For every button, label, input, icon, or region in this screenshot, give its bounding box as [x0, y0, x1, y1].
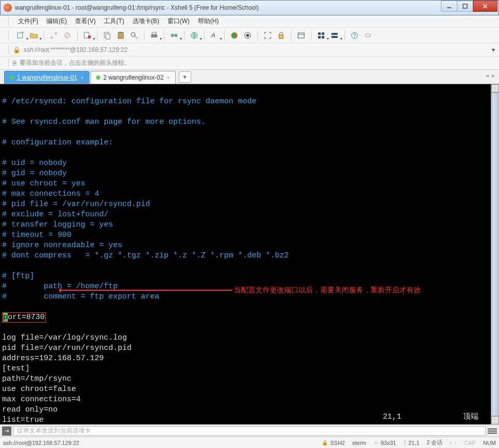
session-tab-active[interactable]: 1 wangruifenglinux-01 × — [4, 71, 89, 84]
tab-close-button[interactable]: × — [167, 74, 170, 81]
fullscreen-button[interactable] — [262, 30, 273, 41]
svg-line-16 — [135, 36, 137, 39]
find-button[interactable] — [128, 30, 140, 41]
terminal-line: max connections=4 — [2, 395, 81, 404]
close-button[interactable] — [473, 1, 497, 12]
menu-tab[interactable]: 选项卡(B) — [128, 17, 163, 26]
send-mode-icon[interactable]: ⇥ — [2, 426, 11, 436]
svg-rect-1 — [463, 4, 467, 8]
status-connection: ssh://root@192.168.57.129:22 — [3, 440, 79, 446]
input-menu-button[interactable] — [488, 426, 497, 436]
svg-rect-32 — [318, 36, 321, 39]
arrow-down-icon: ↓ — [454, 440, 457, 445]
status-dot-icon — [96, 76, 100, 80]
terminal-line: # transfer logging = yes — [2, 220, 113, 229]
terminal-line: # pid file = /var/run/rsyncd.pid — [2, 200, 150, 209]
arrange-button[interactable] — [329, 30, 340, 41]
terminal[interactable]: # /etc/rsyncd: configuration file for rs… — [0, 84, 499, 424]
new-session-button[interactable] — [15, 30, 26, 41]
print-button[interactable] — [149, 30, 160, 41]
status-dot-icon — [10, 76, 14, 80]
menu-window[interactable]: 窗口(W) — [163, 17, 194, 26]
svg-point-26 — [246, 34, 249, 37]
terminal-line: # exclude = lost+found/ — [2, 210, 108, 219]
copy-button[interactable] — [102, 30, 113, 41]
menubar: 文件(F) 编辑(E) 查看(V) 工具(T) 选项卡(B) 窗口(W) 帮助(… — [0, 15, 499, 28]
status-cap: CAP — [464, 440, 476, 446]
terminal-line: # gid = nobody — [2, 169, 67, 178]
layout-button[interactable] — [316, 30, 327, 41]
terminal-line: read only=no — [2, 405, 58, 414]
terminal-line: # ignore nonreadable = yes — [2, 241, 122, 250]
help-button[interactable]: ? — [349, 30, 360, 41]
globe-button[interactable] — [189, 30, 200, 41]
menu-view[interactable]: 查看(V) — [71, 17, 100, 26]
arrow-up-icon: ↑ — [450, 440, 452, 445]
svg-rect-34 — [331, 33, 338, 35]
menu-file[interactable]: 文件(F) — [14, 17, 42, 26]
console-button[interactable] — [295, 30, 307, 41]
annotation-text: 当配置文件更改端口以后，需要关闭服务，重新开启才有效 — [234, 285, 421, 295]
scrollbar-thumb[interactable] — [492, 92, 498, 416]
terminal-line: # timeout = 900 — [2, 231, 71, 239]
status-arrows[interactable]: ↑↓ — [450, 440, 457, 445]
transfer-button[interactable] — [169, 30, 180, 41]
svg-rect-38 — [365, 34, 371, 37]
tabstrip: 1 wangruifenglinux-01 × 2 wangrufienglin… — [0, 70, 499, 84]
terminal-scrollbar[interactable]: ▴ ▾ — [491, 84, 499, 424]
svg-line-8 — [65, 33, 69, 38]
scrollbar-down[interactable]: ▾ — [491, 416, 499, 424]
svg-rect-31 — [322, 32, 324, 35]
terminal-line: # /etc/rsyncd: configuration file for rs… — [2, 97, 256, 106]
status-protocol: 🔒SSH2 — [322, 440, 345, 446]
open-session-button[interactable] — [28, 30, 40, 41]
svg-text:A: A — [211, 32, 215, 39]
lock-icon: 🔒 — [322, 440, 328, 445]
annotation-arrow — [60, 290, 232, 291]
maximize-button[interactable] — [457, 1, 473, 12]
svg-rect-19 — [171, 34, 174, 37]
terminal-line: # See rsyncd.conf man page for more opti… — [2, 118, 206, 126]
menu-edit[interactable]: 编辑(E) — [42, 17, 71, 26]
terminal-line: pid file=/var/run/rsyncd.pid — [2, 344, 132, 352]
terminal-line: # uid = nobody — [2, 159, 67, 167]
add-session-icon[interactable]: ⎘ — [13, 60, 16, 67]
terminal-line: [test] — [2, 364, 30, 373]
terminal-line: # dont compress = *.gz *.tgz *.zip *.z *… — [2, 251, 289, 260]
address-text[interactable]: ssh://root:********@192.168.57.129:22 — [24, 46, 488, 53]
app-icon — [4, 4, 12, 12]
tab-scroll-right[interactable]: ▸ — [492, 72, 495, 79]
terminal-line: log file=/var/log/rsync.log — [2, 333, 127, 342]
lock-button[interactable] — [275, 30, 287, 41]
vim-position-indicator: 顶端 — [463, 412, 478, 422]
menu-tools[interactable]: 工具(T) — [100, 17, 128, 26]
terminal-line: # comment = ftp export area — [2, 292, 159, 301]
tab-close-button[interactable]: × — [80, 74, 83, 81]
address-dropdown[interactable]: ▾ — [488, 46, 499, 53]
properties-button[interactable] — [82, 30, 93, 41]
terminal-line: use chroot=false — [2, 385, 76, 394]
resize-icon: ↔ — [374, 440, 379, 445]
statusbar: ssh://root@192.168.57.129:22 🔒SSH2 xterm… — [0, 437, 499, 448]
new-tab-button[interactable]: + — [179, 71, 191, 83]
inputbar: ⇥ 仅将文本发送到当前选项卡 — [0, 424, 499, 437]
terminal-line: # use chroot = yes — [2, 179, 85, 188]
highlight-button[interactable] — [242, 30, 253, 41]
menu-help[interactable]: 帮助(H) — [194, 17, 223, 26]
session-tab-inactive[interactable]: 2 wangrufienglinux-02 × — [90, 71, 176, 84]
cursor: p — [3, 313, 8, 322]
vim-cursor-position: 21,1 — [383, 412, 401, 422]
about-button[interactable] — [362, 30, 374, 41]
color-scheme-button[interactable] — [229, 30, 240, 41]
font-button[interactable]: A — [209, 30, 220, 41]
svg-rect-20 — [175, 34, 177, 37]
paste-button[interactable] — [115, 30, 126, 41]
minimize-button[interactable] — [441, 1, 457, 12]
scrollbar-up[interactable]: ▴ — [491, 84, 499, 92]
terminal-line: # [ftp] — [2, 272, 34, 281]
tab-scroll-left[interactable]: ◂ — [486, 72, 489, 79]
status-size: ↔93x31 — [374, 440, 396, 446]
disconnect-button[interactable] — [62, 30, 73, 41]
reconnect-button[interactable] — [48, 30, 60, 41]
command-input[interactable]: 仅将文本发送到当前选项卡 — [13, 426, 486, 436]
